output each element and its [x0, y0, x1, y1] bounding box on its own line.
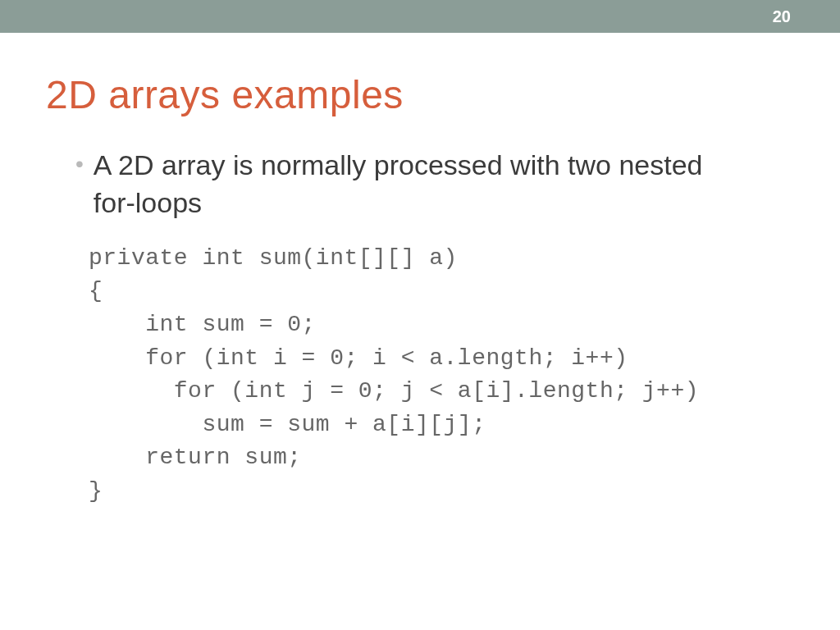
slide-top-bar: 20 [0, 0, 840, 33]
bullet-dot-icon: • [75, 148, 84, 180]
slide-title: 2D arrays examples [46, 72, 794, 117]
slide-number: 20 [773, 7, 791, 26]
bullet-text: A 2D array is normally processed with tw… [94, 147, 750, 222]
slide-content: 2D arrays examples • A 2D array is norma… [0, 33, 840, 509]
bullet-item: • A 2D array is normally processed with … [75, 147, 794, 222]
code-block: private int sum(int[][] a) { int sum = 0… [89, 242, 794, 509]
